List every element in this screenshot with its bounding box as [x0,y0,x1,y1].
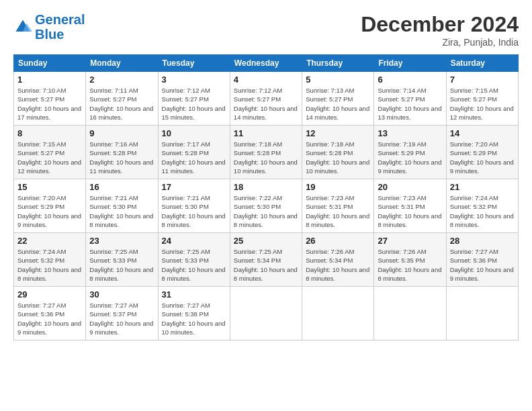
day-number: 21 [450,182,515,192]
day-number: 18 [234,182,298,192]
day-number: 30 [89,289,154,300]
logo: General Blue [13,12,85,42]
sunset-label: Sunset: 5:28 PM [89,149,136,156]
sunset-label: Sunset: 5:29 PM [378,149,425,156]
day-number: 12 [306,128,370,138]
sunset-label: Sunset: 5:30 PM [234,203,281,210]
day-info: Sunrise: 7:27 AM Sunset: 5:36 PM Dayligh… [17,301,82,336]
sunset-label: Sunset: 5:27 PM [89,95,136,103]
day-number: 31 [162,289,226,300]
sunrise-label: Sunrise: 7:22 AM [234,194,282,201]
sunset-label: Sunset: 5:31 PM [378,203,425,210]
daylight-label: Daylight: 10 hours and 12 minutes. [450,105,514,121]
day-number: 10 [162,128,226,138]
sunset-label: Sunset: 5:29 PM [450,149,497,156]
day-info: Sunrise: 7:23 AM Sunset: 5:31 PM Dayligh… [378,193,442,229]
table-row: 25 Sunrise: 7:25 AM Sunset: 5:34 PM Dayl… [230,233,302,287]
daylight-label: Daylight: 10 hours and 8 minutes. [162,266,226,282]
sunrise-label: Sunrise: 7:27 AM [162,302,210,309]
sunrise-label: Sunrise: 7:21 AM [162,194,210,201]
day-number: 25 [234,236,298,246]
table-row: 21 Sunrise: 7:24 AM Sunset: 5:32 PM Dayl… [446,179,518,233]
sunrise-label: Sunrise: 7:27 AM [89,302,138,309]
calendar-week-row: 1 Sunrise: 7:10 AM Sunset: 5:27 PM Dayli… [14,72,519,126]
calendar-week-row: 15 Sunrise: 7:20 AM Sunset: 5:29 PM Dayl… [14,179,519,233]
sunrise-label: Sunrise: 7:24 AM [450,194,498,201]
sunset-label: Sunset: 5:27 PM [162,95,209,103]
day-number: 1 [17,75,82,85]
day-info: Sunrise: 7:22 AM Sunset: 5:30 PM Dayligh… [234,193,298,229]
daylight-label: Daylight: 10 hours and 12 minutes. [17,158,81,175]
table-row: 26 Sunrise: 7:26 AM Sunset: 5:34 PM Dayl… [302,233,374,287]
sunset-label: Sunset: 5:27 PM [17,149,64,156]
table-row: 13 Sunrise: 7:19 AM Sunset: 5:29 PM Dayl… [374,126,446,179]
table-row: 7 Sunrise: 7:15 AM Sunset: 5:27 PM Dayli… [446,72,518,126]
header: General Blue December 2024 Zira, Punjab,… [13,12,519,48]
daylight-label: Daylight: 10 hours and 10 minutes. [234,158,298,175]
daylight-label: Daylight: 10 hours and 8 minutes. [89,212,153,228]
col-monday: Monday [86,55,158,72]
table-row [374,287,446,340]
sunset-label: Sunset: 5:37 PM [89,310,136,318]
sunrise-label: Sunrise: 7:21 AM [89,194,138,201]
sunrise-label: Sunrise: 7:15 AM [450,87,498,94]
day-info: Sunrise: 7:21 AM Sunset: 5:30 PM Dayligh… [89,193,154,229]
col-thursday: Thursday [302,55,374,72]
daylight-label: Daylight: 10 hours and 14 minutes. [234,105,298,121]
table-row: 6 Sunrise: 7:14 AM Sunset: 5:27 PM Dayli… [374,72,446,126]
sunset-label: Sunset: 5:33 PM [162,257,209,264]
day-number: 2 [89,75,154,85]
table-row: 11 Sunrise: 7:18 AM Sunset: 5:28 PM Dayl… [230,126,302,179]
daylight-label: Daylight: 10 hours and 8 minutes. [17,266,81,282]
day-number: 17 [162,182,226,192]
table-row: 9 Sunrise: 7:16 AM Sunset: 5:28 PM Dayli… [86,126,158,179]
day-number: 16 [89,182,154,192]
day-info: Sunrise: 7:27 AM Sunset: 5:36 PM Dayligh… [450,247,515,283]
day-number: 9 [89,128,154,138]
day-number: 27 [378,236,442,246]
daylight-label: Daylight: 10 hours and 9 minutes. [17,212,81,228]
daylight-label: Daylight: 10 hours and 14 minutes. [306,105,369,121]
page: General Blue December 2024 Zira, Punjab,… [0,0,532,347]
daylight-label: Daylight: 10 hours and 8 minutes. [234,266,298,282]
day-number: 11 [234,128,298,138]
sunset-label: Sunset: 5:28 PM [306,149,353,156]
day-info: Sunrise: 7:17 AM Sunset: 5:28 PM Dayligh… [162,140,226,175]
day-info: Sunrise: 7:25 AM Sunset: 5:33 PM Dayligh… [89,247,154,283]
calendar-week-row: 29 Sunrise: 7:27 AM Sunset: 5:36 PM Dayl… [14,287,519,340]
daylight-label: Daylight: 10 hours and 9 minutes. [378,158,441,175]
sunset-label: Sunset: 5:36 PM [17,310,64,318]
sunrise-label: Sunrise: 7:27 AM [450,248,498,255]
daylight-label: Daylight: 10 hours and 15 minutes. [162,105,226,121]
day-info: Sunrise: 7:27 AM Sunset: 5:37 PM Dayligh… [89,301,154,336]
sunrise-label: Sunrise: 7:18 AM [306,140,354,148]
day-number: 14 [450,128,515,138]
sunset-label: Sunset: 5:38 PM [162,310,209,318]
sunrise-label: Sunrise: 7:12 AM [162,87,210,94]
table-row: 24 Sunrise: 7:25 AM Sunset: 5:33 PM Dayl… [158,233,230,287]
table-row: 8 Sunrise: 7:15 AM Sunset: 5:27 PM Dayli… [14,126,86,179]
sunset-label: Sunset: 5:34 PM [234,257,281,264]
table-row: 1 Sunrise: 7:10 AM Sunset: 5:27 PM Dayli… [14,72,86,126]
table-row: 4 Sunrise: 7:12 AM Sunset: 5:27 PM Dayli… [230,72,302,126]
sunset-label: Sunset: 5:27 PM [450,95,497,103]
daylight-label: Daylight: 10 hours and 11 minutes. [89,158,153,175]
table-row [446,287,518,340]
sunrise-label: Sunrise: 7:23 AM [306,194,354,201]
sunset-label: Sunset: 5:35 PM [378,257,425,264]
day-info: Sunrise: 7:12 AM Sunset: 5:27 PM Dayligh… [234,86,298,122]
day-number: 6 [378,75,442,85]
daylight-label: Daylight: 10 hours and 8 minutes. [306,266,369,282]
sunrise-label: Sunrise: 7:20 AM [17,194,66,201]
sunrise-label: Sunrise: 7:17 AM [162,140,210,148]
day-info: Sunrise: 7:12 AM Sunset: 5:27 PM Dayligh… [162,86,226,122]
day-info: Sunrise: 7:21 AM Sunset: 5:30 PM Dayligh… [162,193,226,229]
table-row [230,287,302,340]
day-info: Sunrise: 7:27 AM Sunset: 5:38 PM Dayligh… [162,301,226,336]
sunset-label: Sunset: 5:32 PM [17,257,64,264]
table-row: 20 Sunrise: 7:23 AM Sunset: 5:31 PM Dayl… [374,179,446,233]
day-info: Sunrise: 7:24 AM Sunset: 5:32 PM Dayligh… [17,247,82,283]
day-info: Sunrise: 7:26 AM Sunset: 5:34 PM Dayligh… [306,247,370,283]
sunrise-label: Sunrise: 7:13 AM [306,87,354,94]
calendar-week-row: 22 Sunrise: 7:24 AM Sunset: 5:32 PM Dayl… [14,233,519,287]
